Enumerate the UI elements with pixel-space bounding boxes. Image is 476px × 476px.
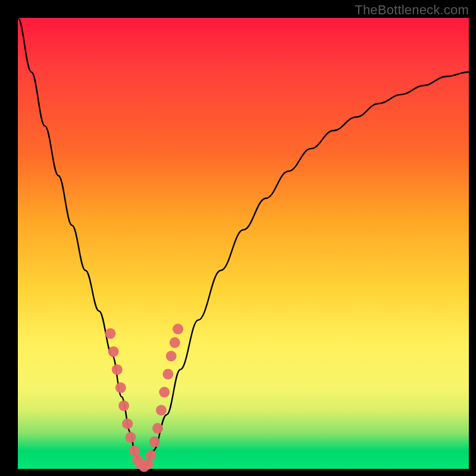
data-marker [112,364,123,375]
data-marker [146,450,156,461]
data-marker [162,369,173,380]
data-marker [126,432,136,443]
data-marker [152,423,163,434]
data-marker [105,328,115,339]
data-marker [156,405,167,416]
data-marker [115,383,126,393]
data-marker [108,346,119,357]
data-marker [170,337,180,348]
data-marker [173,324,183,334]
bottleneck-curve-path [18,18,469,469]
chart-frame: TheBottleneck.com [0,0,476,476]
data-marker [122,418,133,429]
watermark-text: TheBottleneck.com [355,2,469,18]
data-marker [159,387,170,397]
data-marker [118,400,129,411]
data-marker [166,351,177,362]
curve-svg [18,18,469,469]
data-markers [105,324,183,472]
data-marker [149,437,160,447]
plot-area [18,18,469,469]
curve-layer [18,18,469,469]
